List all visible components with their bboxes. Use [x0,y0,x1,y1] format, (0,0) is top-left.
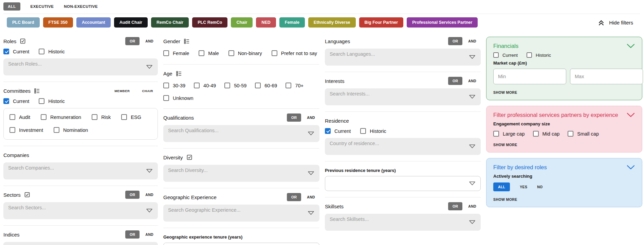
committee-remuneration-checkbox[interactable]: Remuneration [41,114,81,120]
roles-and-button[interactable]: AND [145,39,153,43]
partners-show-more-button[interactable]: SHOW MORE [493,143,517,147]
sectors-title: Sectors [3,192,21,198]
roles-current-checkbox[interactable]: Current [3,49,29,54]
financials-show-more-button[interactable]: SHOW MORE [493,90,517,94]
chip-ftse-350[interactable]: FTSE 350 [43,17,73,28]
checkbox-box [3,49,9,54]
sectors-or-button[interactable]: OR [125,191,140,199]
financials-historic-checkbox[interactable]: Historic [527,52,551,58]
gender-female-checkbox[interactable]: Female [163,50,189,56]
languages-title: Languages [325,38,350,44]
search-companies-input[interactable] [3,162,158,179]
committee-audit-checkbox[interactable]: Audit [10,114,30,120]
residence-historic-checkbox[interactable]: Historic [360,128,386,134]
financials-current-checkbox[interactable]: Current [493,52,518,58]
chip-big-four-partner[interactable]: Big Four Partner [359,17,404,28]
search-diversity-input[interactable] [163,165,319,182]
search-languages-input[interactable] [325,49,481,66]
age-40-49-checkbox[interactable]: 40-49 [194,83,216,88]
geo-tenure-dropdown[interactable] [163,243,319,245]
qualifications-or-button[interactable]: OR [287,113,301,122]
qualifications-or-and-toggle: OR AND [287,113,319,122]
residence-current-checkbox[interactable]: Current [325,128,351,134]
chip-professional-services-partner[interactable]: Professional Services Partner [407,17,478,28]
age-70-plus-checkbox[interactable]: 70+ [286,83,303,88]
tab-all[interactable]: ALL [3,2,20,11]
indices-or-button[interactable]: OR [125,230,140,239]
chip-remco-chair[interactable]: RemCo Chair [151,17,189,28]
section-sectors: Sectors OR AND [3,186,158,226]
small-cap-checkbox[interactable]: Small cap [568,131,599,137]
chip-plc-remco[interactable]: PLC RemCo [192,17,227,28]
age-30-39-checkbox[interactable]: 30-39 [163,83,185,88]
tab-non-executive[interactable]: NON-EXECUTIVE [64,2,98,11]
section-gender: Gender Female Male Non-binary [163,32,319,65]
gender-non-binary-checkbox[interactable]: Non-binary [228,50,262,56]
committee-nomination-checkbox[interactable]: Nomination [54,127,88,133]
actively-searching-yes-button[interactable]: YES [520,185,527,189]
committee-investment-checkbox[interactable]: Investment [10,127,43,133]
chip-chair[interactable]: Chair [231,17,253,28]
country-of-residence-input[interactable] [325,138,481,155]
geographic-experience-title: Geographic Experience [163,194,217,200]
search-sectors-input[interactable] [3,202,158,219]
committees-historic-checkbox[interactable]: Historic [39,98,65,104]
age-unknown-checkbox[interactable]: Unknown [163,95,193,101]
qualifications-and-button[interactable]: AND [307,116,315,120]
chip-ned[interactable]: NED [256,17,276,28]
checkbox-label: Historic [48,99,65,104]
search-qualifications-input[interactable] [163,125,319,142]
checkbox-box [360,128,366,134]
checkbox-label: Historic [536,53,551,58]
search-interests-input[interactable] [325,88,481,105]
market-cap-max-input[interactable] [570,69,643,84]
search-skillsets-input[interactable] [325,214,481,231]
chevron-down-icon[interactable] [626,43,635,49]
geographic-or-button[interactable]: OR [287,193,301,201]
mid-cap-checkbox[interactable]: Mid cap [533,131,560,137]
search-indices-input[interactable] [3,242,158,245]
languages-and-button[interactable]: AND [468,39,476,43]
chip-ethnically-diverse[interactable]: Ethnically Diverse [308,17,356,28]
indices-and-button[interactable]: AND [145,232,153,237]
age-50-59-checkbox[interactable]: 50-59 [224,83,246,88]
prev-residence-tenure-dropdown[interactable] [325,176,481,191]
gender-male-checkbox[interactable]: Male [199,50,219,56]
actively-searching-all-button[interactable]: ALL [493,182,510,191]
age-60-69-checkbox[interactable]: 60-69 [255,83,277,88]
roles-or-button[interactable]: OR [125,37,140,45]
checkbox-label: Investment [19,127,43,133]
chevron-down-icon[interactable] [626,112,635,118]
market-cap-min-input[interactable] [493,69,566,84]
committee-esg-checkbox[interactable]: ESG [121,114,141,120]
actively-searching-no-button[interactable]: NO [537,185,542,189]
gender-prefer-not-checkbox[interactable]: Prefer not to say [272,50,317,56]
large-cap-checkbox[interactable]: Large cap [493,131,525,137]
checkbox-box [224,83,230,88]
checkbox-label: Current [334,128,351,134]
checked-box-icon [187,155,192,160]
skillsets-and-button[interactable]: AND [468,204,476,208]
section-languages: Languages OR AND [325,32,481,72]
checkbox-box [286,83,291,88]
committees-current-checkbox[interactable]: Current [3,98,29,104]
hide-filters-button[interactable]: Hide filters [597,19,635,26]
chip-female[interactable]: Female [279,17,305,28]
chip-audit-chair[interactable]: Audit Chair [114,17,148,28]
geographic-and-button[interactable]: AND [307,195,315,199]
desired-roles-show-more-button[interactable]: SHOW MORE [493,197,517,202]
roles-historic-checkbox[interactable]: Historic [39,49,65,54]
checkbox-box [568,131,573,137]
sectors-and-button[interactable]: AND [145,193,153,197]
skillsets-or-button[interactable]: OR [448,202,462,210]
chip-plc-board[interactable]: PLC Board [7,17,40,28]
languages-or-button[interactable]: OR [448,37,462,45]
search-geographic-experience-input[interactable] [163,205,319,222]
interests-or-button[interactable]: OR [448,77,462,85]
committee-risk-checkbox[interactable]: Risk [92,114,111,120]
chip-accountant[interactable]: Accountant [76,17,111,28]
search-roles-input[interactable] [3,58,158,75]
chevron-down-icon[interactable] [626,165,635,170]
tab-executive[interactable]: EXECUTIVE [31,2,54,11]
interests-and-button[interactable]: AND [468,79,476,83]
